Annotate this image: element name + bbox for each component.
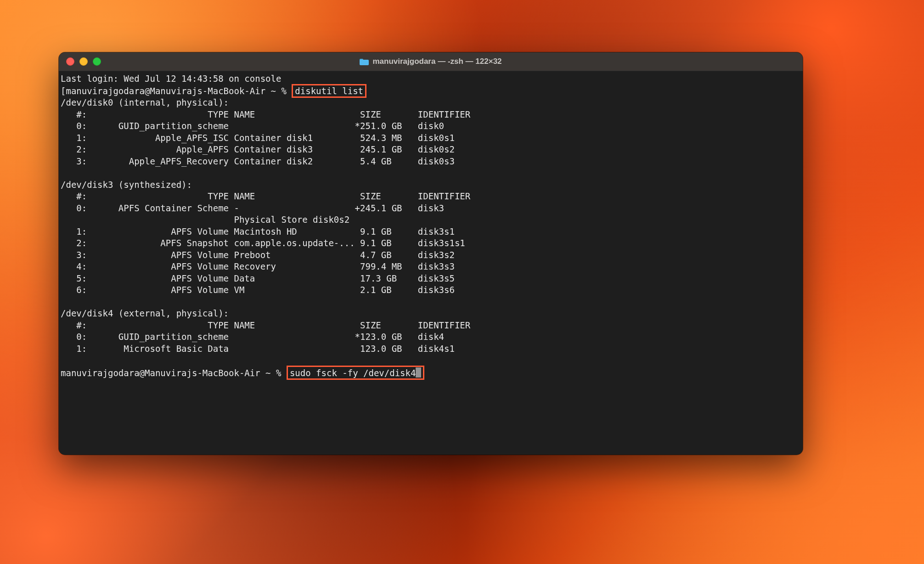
disk4-header: /dev/disk4 (external, physical): [61,308,229,318]
disk3-row-5: 5: APFS Volume Data 17.3 GB disk3s5 [61,273,455,283]
highlight-cmd-diskutil: diskutil list [292,84,366,98]
highlight-cmd-fsck: sudo fsck -fy /dev/disk4 [287,366,425,380]
col-header-0: #: TYPE NAME SIZE IDENTIFIER [61,109,470,119]
disk3-row-phys: Physical Store disk0s2 [61,214,349,225]
disk3-row-3: 3: APFS Volume Preboot 4.7 GB disk3s2 [61,250,455,260]
window-controls [66,57,101,66]
close-icon[interactable] [66,57,74,66]
terminal-window: manuvirajgodara — -zsh — 122×32 Last log… [59,52,803,455]
disk3-row-6: 6: APFS Volume VM 2.1 GB disk3s6 [61,285,455,295]
cmd-fsck: sudo fsck -fy /dev/disk4 [290,368,416,378]
terminal-body[interactable]: Last login: Wed Jul 12 14:43:58 on conso… [59,71,803,455]
titlebar: manuvirajgodara — -zsh — 122×32 [59,52,803,71]
disk3-row-4: 4: APFS Volume Recovery 799.4 MB disk3s3 [61,261,455,271]
col-header-3: #: TYPE NAME SIZE IDENTIFIER [61,191,470,201]
disk3-row-2: 2: APFS Snapshot com.apple.os.update-...… [61,238,465,248]
disk4-row-1: 1: Microsoft Basic Data 123.0 GB disk4s1 [61,344,455,354]
cursor [416,367,421,378]
disk3-row-0: 0: APFS Container Scheme - +245.1 GB dis… [61,203,444,213]
disk3-row-1: 1: APFS Volume Macintosh HD 9.1 GB disk3… [61,226,455,237]
col-header-4: #: TYPE NAME SIZE IDENTIFIER [61,320,470,330]
window-title: manuvirajgodara — -zsh — 122×32 [372,57,501,66]
cmd-diskutil: diskutil list [295,86,363,96]
disk3-header: /dev/disk3 (synthesized): [61,180,192,190]
prompt-2: manuvirajgodara@Manuvirajs-MacBook-Air ~… [61,368,287,378]
folder-icon [360,58,369,65]
disk0-row-2: 2: Apple_APFS Container disk3 245.1 GB d… [61,144,455,154]
prompt-1: [manuvirajgodara@Manuvirajs-MacBook-Air … [61,86,292,96]
zoom-icon[interactable] [93,57,101,66]
disk0-row-3: 3: Apple_APFS_Recovery Container disk2 5… [61,156,455,166]
disk0-row-1: 1: Apple_APFS_ISC Container disk1 524.3 … [61,133,455,143]
minimize-icon[interactable] [79,57,88,66]
last-login-line: Last login: Wed Jul 12 14:43:58 on conso… [61,73,281,84]
disk4-row-0: 0: GUID_partition_scheme *123.0 GB disk4 [61,332,444,342]
disk0-row-0: 0: GUID_partition_scheme *251.0 GB disk0 [61,121,444,131]
disk0-header: /dev/disk0 (internal, physical): [61,97,229,107]
